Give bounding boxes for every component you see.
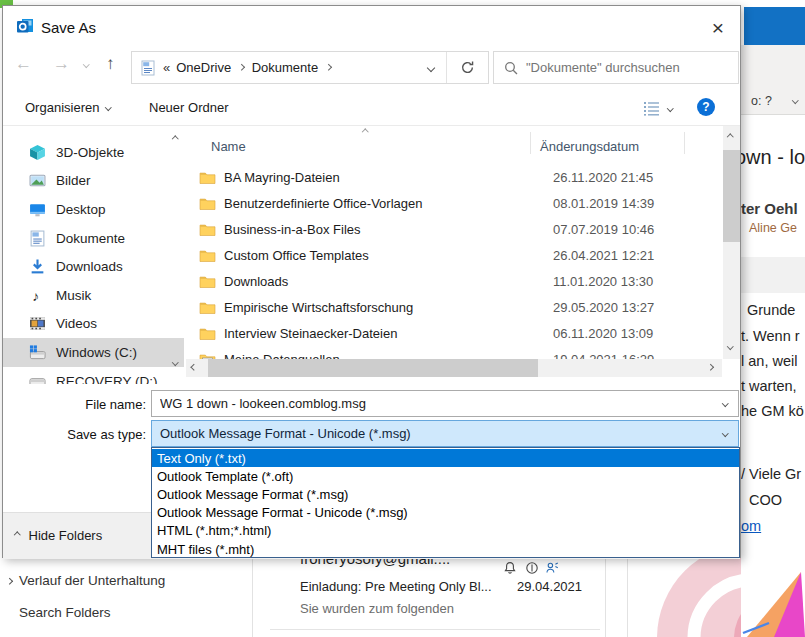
new-folder-button[interactable]: Neuer Ordner [149,100,228,115]
sidebar-item-label: Musik [56,288,91,303]
breadcrumb-item[interactable]: Dokumente [252,60,318,75]
breadcrumb-item[interactable]: OneDrive [176,60,231,75]
help-button[interactable]: ? [697,98,715,116]
sidebar-item-label: Dokumente [56,231,125,246]
sidebar-item-videos[interactable]: Videos [3,310,184,339]
save-type-combo[interactable]: Outlook Message Format - Unicode (*.msg) [151,420,739,447]
file-row-date: 06.11.2020 13:09 [553,326,653,341]
sidebar-item-desktop[interactable]: Desktop [3,195,184,224]
film-icon [29,315,46,332]
organize-button[interactable]: Organisieren [25,100,111,115]
save-type-chevron-icon[interactable] [722,430,728,436]
hide-folders-button[interactable]: Hide Folders [15,528,102,543]
file-row[interactable]: Downloads11.01.2020 13:30 [186,268,722,294]
organize-chevron-icon [106,104,112,110]
sidebar-item-recovery-d[interactable]: RECOVERY (D:) [3,367,184,384]
file-name-combo[interactable] [151,390,739,417]
horizontal-scroll-thumb[interactable] [208,359,538,377]
screen: o: ? own - lo ter Oehl Aline Ge Grunde t… [0,0,805,637]
refresh-button[interactable] [446,52,488,83]
file-row-date: 19.04.2021 16:29 [553,352,654,360]
file-row[interactable]: Business-in-a-Box Files07.07.2019 10:46 [186,216,722,242]
outlook-app-icon [16,17,34,35]
column-header-modified[interactable]: Änderungsdatum [540,139,639,154]
file-row-date: 07.07.2019 10:46 [553,222,654,237]
folder-icon [199,326,216,341]
nav-conversation-history[interactable]: Verlauf der Unterhaltung [19,573,165,588]
scroll-left-icon[interactable] [191,364,197,370]
file-name-chevron-icon[interactable] [722,400,728,406]
breadcrumb-overflow[interactable]: « [163,60,170,75]
list-view-icon [643,101,660,116]
search-box [493,51,739,84]
file-row-date: 26.04.2021 12:21 [553,248,654,263]
outlook-ribbon: o: ? [741,45,805,115]
folder-icon [199,248,216,263]
message-subject: Einladung: Pre Meeting Only Bl... [300,579,492,594]
sidebar-item-musik[interactable]: ♪Musik [3,281,184,310]
filetype-option[interactable]: Outlook Message Format (*.msg) [152,485,739,503]
column-divider[interactable] [684,132,685,154]
help-icon: ? [702,100,709,114]
email-closing-fragment: COO [749,492,782,508]
search-input[interactable] [526,60,716,75]
file-row[interactable]: Interview Steinaecker-Dateien06.11.2020 … [186,320,722,346]
sidebar-item-windows-c[interactable]: Windows (C:) [3,338,184,367]
filetype-options: Text Only (*.txt)Outlook Template (*.oft… [152,448,739,558]
file-row-name: BA Mayring-Dateien [224,170,340,185]
horizontal-scrollbar[interactable] [186,359,722,377]
vertical-scrollbar[interactable] [723,126,740,359]
file-row-name: Custom Office Templates [224,248,369,263]
scroll-right-icon[interactable] [707,364,713,370]
vertical-scroll-thumb[interactable] [723,150,740,242]
column-header-name[interactable]: Name [211,139,246,154]
filetype-option[interactable]: HTML (*.htm;*.html) [152,522,739,540]
nav-search-folders[interactable]: Search Folders [19,605,111,620]
sidebar-item-label: Bilder [56,173,91,188]
file-row[interactable]: Empirische Wirtschaftsforschung29.05.202… [186,294,722,320]
up-arrow-icon[interactable]: ↑ [106,54,115,74]
breadcrumb-items: OneDriveDokumente [172,60,334,75]
file-row[interactable]: Meine Datenquellen19.04.2021 16:29 [186,346,722,359]
expand-chevron-icon[interactable] [6,578,12,584]
close-icon[interactable]: × [702,14,734,41]
file-row[interactable]: Custom Office Templates26.04.2021 12:21 [186,242,722,268]
filetype-option[interactable]: Outlook Message Format - Unicode (*.msg) [152,504,739,522]
cube-icon [29,144,46,161]
scroll-down-icon[interactable] [727,343,733,349]
sidebar-list: 3D-ObjekteBilderDesktopDokumenteDownload… [3,130,184,384]
email-body-fragment: Grunde [747,302,795,318]
breadcrumb-dropdown-chevron-icon[interactable] [427,63,435,71]
outlook-background-bottom: Verlauf der Unterhaltung Search Folders … [0,558,741,637]
forward-arrow-icon[interactable]: → [53,54,70,74]
meeting-person-icon [545,561,559,575]
history-chevron-icon[interactable] [83,61,89,67]
email-link-fragment[interactable]: om [741,518,761,534]
filetype-option[interactable]: MHT files (*.mht) [152,540,739,558]
email-closing-fragment: / Viele Gr [741,466,801,482]
sidebar-item-bilder[interactable]: Bilder [3,167,184,196]
pane-divider [252,558,253,637]
email-subject-fragment: own - lo [741,146,805,169]
file-row[interactable]: Benutzerdefinierte Office-Vorlagen08.01.… [186,190,722,216]
breadcrumb[interactable]: « OneDriveDokumente [131,51,489,84]
file-row[interactable]: BA Mayring-Dateien26.11.2020 21:45 [186,164,722,190]
sidebar-item-dokumente[interactable]: Dokumente [3,224,184,253]
sidebar-item-3d-objekte[interactable]: 3D-Objekte [3,138,184,167]
file-name-label: File name: [43,397,146,412]
column-divider[interactable] [530,132,531,154]
sidebar-item-downloads[interactable]: Downloads [3,252,184,281]
back-arrow-icon[interactable]: ← [15,54,32,74]
folder-icon [199,196,216,211]
file-row-name: Business-in-a-Box Files [224,222,361,237]
filetype-option[interactable]: Outlook Template (*.oft) [152,467,739,485]
scroll-up-icon[interactable] [727,134,733,140]
file-row-date: 08.01.2019 14:39 [553,196,654,211]
ribbon-collapse-chevron-icon[interactable] [792,97,798,103]
monitor-icon [29,201,46,218]
view-options-button[interactable] [643,101,673,116]
bell-icon [503,561,517,575]
filetype-dropdown: Text Only (*.txt)Outlook Template (*.oft… [151,447,740,558]
file-name-input[interactable] [152,396,723,411]
filetype-option[interactable]: Text Only (*.txt) [152,449,739,467]
